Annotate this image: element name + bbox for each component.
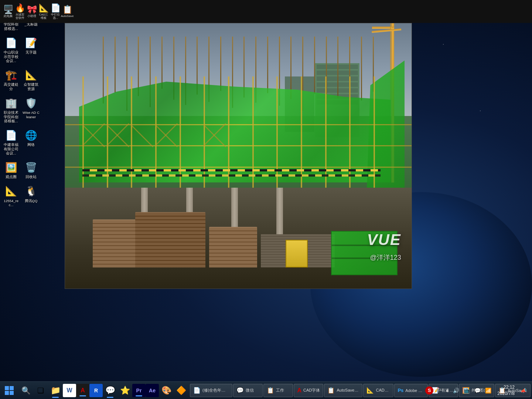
desktop-icon-network[interactable]: 🌐 网络 [22, 127, 40, 156]
open-app-icon: 📄 [193, 387, 201, 394]
open-app-cad-viewer[interactable]: 📐 CAD快速看图 [363, 384, 393, 397]
taskbar-autocad[interactable]: A [76, 384, 89, 397]
top-icon-fire[interactable]: 🔥 火绒安全软件 [15, 3, 25, 20]
tray-message[interactable]: 💬 [473, 387, 482, 394]
icon-row-4: 🏢 职业技术学院科创搭模板... 🛡️ Wise AD Cleaner [2, 95, 40, 124]
s-badge[interactable]: S [425, 386, 433, 395]
open-app-cad-viewer-icon: 📐 [366, 387, 374, 394]
taskbar: 🔍 ❑ 📁 W A R 💬 ⭐ Pr Ae 🎨 🔶 📄 (修)全色年华项目生活.… [0, 381, 532, 399]
windows-logo [5, 386, 14, 395]
desktop-icon-zhongzhi[interactable]: 📐 众智建筑资源 [22, 67, 40, 92]
taskbar-ae[interactable]: Ae [146, 384, 159, 397]
tray-network[interactable]: 📶 [484, 387, 493, 394]
icon-row-2: 📄 中山职业示范学校会议... 📝 无字题 [2, 35, 40, 64]
taskbar-wechat[interactable]: 💬 [103, 382, 117, 399]
open-app-autosave-notitle[interactable]: 📋 AutoSave...\n无标题 [324, 384, 362, 397]
start-button[interactable] [0, 382, 18, 399]
top-icon-cad3d[interactable]: 📐 CAD三维板 [38, 3, 49, 20]
tray-volume[interactable]: 🔊 [451, 387, 461, 394]
icon-row-5: 📄 中建幸福有限公司会议... 🌐 网络 [2, 127, 40, 156]
icon-row-7: 📐 12554_rec... 🐧 腾讯QQ [2, 184, 40, 208]
main-window: VUE @洋洋123 [65, 23, 412, 289]
watermark-author: @洋洋123 [370, 253, 401, 262]
tray-notifications[interactable]: 📣 [519, 387, 528, 394]
open-app-wechat-icon: 💬 [236, 387, 244, 394]
open-app-cad-font[interactable]: A CAD字体 [294, 384, 323, 397]
open-app-wechat[interactable]: 💬 微信 [233, 384, 263, 397]
desktop-icon-wise-ad[interactable]: 🛡️ Wise AD Cleaner [22, 95, 40, 124]
desktop-icon-no-title[interactable]: 📝 无字题 [22, 35, 40, 64]
taskbar-star[interactable]: ⭐ [117, 382, 132, 399]
open-app-ps-icon: Ps [398, 388, 403, 393]
desktop-icon-recycle-bin[interactable]: 🗑️ 回收站 [22, 160, 40, 180]
taskbar-premiere[interactable]: Pr [132, 384, 146, 397]
construction-photo: VUE @洋洋123 [65, 23, 412, 289]
top-icon-helper[interactable]: 🎀 小助理 [27, 5, 37, 18]
taskbar-file-explorer[interactable]: 📁 [48, 382, 63, 399]
desktop-icon-gaojiao[interactable]: 🏗️ 高交建处分 [2, 67, 20, 92]
top-icon-computer[interactable]: 🖥️ 此电脑 [3, 5, 13, 18]
desktop-icon-college2[interactable]: 🏢 职业技术学院科创搭模板... [2, 95, 20, 124]
icon-row-6: 🖼️ 观点圈 🗑️ 回收站 [2, 160, 40, 180]
search-button[interactable]: 🔍 [18, 382, 33, 399]
taskbar-sai[interactable]: 🎨 [159, 382, 174, 399]
icon-row-3: 🏗️ 高交建处分 📐 众智建筑资源 [2, 67, 40, 92]
tray-clock[interactable]: 22:12 2020/7/8 [494, 384, 518, 397]
sidebar: 🏢 职业技术学院科创搭模选... 📄 AutoSave_无标题 📄 中山职业示范… [0, 0, 41, 381]
desktop-icon-qq[interactable]: 🐧 腾讯QQ [22, 184, 40, 208]
taskbar-word[interactable]: W [63, 384, 76, 397]
warning-stripes [82, 169, 381, 171]
top-icon-autosave[interactable]: 📋 AutoSave [62, 5, 72, 18]
open-app-edit-doc[interactable]: 📄 (修)全色年华项目生活... [190, 384, 232, 397]
taskbar-app1[interactable]: 🔶 [174, 382, 188, 399]
desktop-icon-12554[interactable]: 📐 12554_rec... [2, 184, 20, 208]
system-tray: S 中 ♦ 🔊 📺 💬 📶 22:12 2020/7/8 📣 [422, 382, 532, 399]
open-app-work-icon: 📋 [267, 387, 274, 394]
tray-chinese-input[interactable]: 中 [435, 386, 443, 395]
desktop-icon-zhongshan-school[interactable]: 📄 中山职业示范学校会议... [2, 35, 20, 64]
desktop: 🖥️ 此电脑 🔥 火绒安全软件 🎀 小助理 📐 CAD三维板 📄 中打任选...… [0, 0, 532, 399]
task-view-button[interactable]: ❑ [33, 382, 48, 399]
top-icon-doc[interactable]: 📄 中打任选... [50, 3, 61, 20]
vue-watermark: VUE [367, 231, 401, 249]
desktop-icon-viewpoint[interactable]: 🖼️ 观点圈 [2, 160, 20, 180]
open-app-work[interactable]: 📋 工作 [263, 384, 293, 397]
tray-screen[interactable]: 📺 [462, 387, 471, 394]
taskbar-revit[interactable]: R [89, 384, 103, 397]
open-app-autosave-icon: 📋 [327, 387, 335, 394]
desktop-icon-zhongjian[interactable]: 📄 中建幸福有限公司会议... [2, 127, 20, 156]
top-bar: 🖥️ 此电脑 🔥 火绒安全软件 🎀 小助理 📐 CAD三维板 📄 中打任选...… [0, 0, 532, 23]
tray-dot[interactable]: ♦ [444, 387, 450, 394]
warning-board [286, 240, 308, 267]
wood-stack-3 [209, 227, 257, 267]
wood-stack-2 [135, 212, 205, 267]
open-app-cad-icon: A [297, 387, 301, 394]
